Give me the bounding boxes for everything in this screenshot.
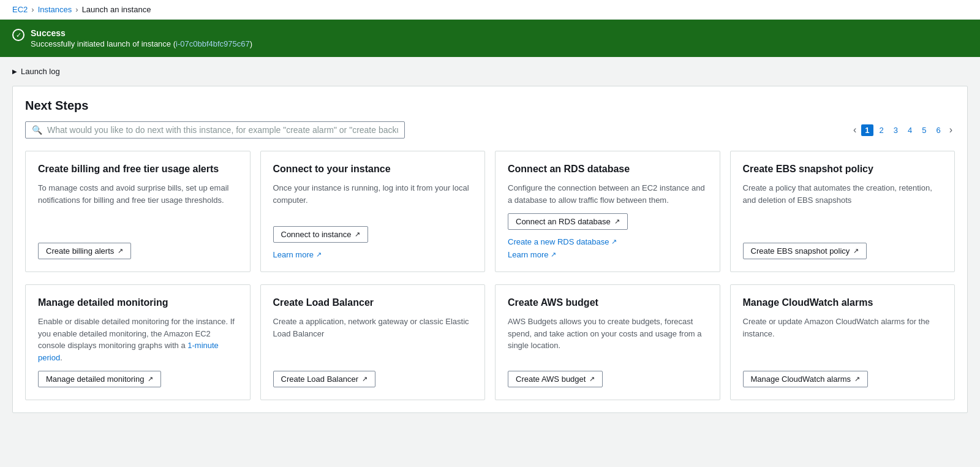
create-billing-alerts-button[interactable]: Create billing alerts ↗ [38, 243, 131, 259]
search-icon: 🔍 [32, 125, 42, 135]
next-steps-title: Next Steps [25, 99, 955, 113]
breadcrumb-instances[interactable]: Instances [38, 5, 72, 14]
card-billing-desc: To manage costs and avoid surprise bills… [38, 182, 238, 235]
connect-learn-more-label: Learn more [273, 250, 314, 259]
success-message-text: Successfully initiated launch of instanc… [31, 39, 176, 48]
external-link-icon-6: ↗ [362, 375, 368, 383]
card-cloudwatch: Manage CloudWatch alarms Create or updat… [730, 284, 956, 400]
external-link-icon-2: ↗ [355, 230, 360, 238]
search-box: 🔍 [25, 121, 405, 139]
page-4-button[interactable]: 4 [904, 124, 916, 136]
connect-instance-label: Connect to instance [281, 230, 352, 239]
connect-instance-button[interactable]: Connect to instance ↗ [273, 226, 369, 243]
rds-learn-more-icon: ↗ [551, 251, 556, 259]
card-budget: Create AWS budget AWS Budgets allows you… [495, 284, 720, 400]
external-link-icon-7: ↗ [589, 375, 595, 383]
external-link-icon-3: ↗ [614, 218, 620, 226]
card-budget-title: Create AWS budget [508, 297, 707, 308]
next-page-button[interactable]: › [947, 123, 955, 137]
next-steps-container: Next Steps 🔍 ‹ 1 2 3 4 5 6 › Create bill [12, 86, 968, 413]
card-connect-desc: Once your instance is running, log into … [273, 182, 473, 219]
success-message: Successfully initiated launch of instanc… [31, 39, 252, 48]
create-rds-icon: ↗ [611, 238, 617, 246]
search-input[interactable] [47, 125, 398, 135]
create-rds-label: Create a new RDS database [508, 237, 609, 246]
card-monitoring-desc: Enable or disable detailed monitoring fo… [38, 316, 238, 363]
launch-log-arrow: ▶ [12, 68, 17, 75]
external-link-icon: ↗ [118, 247, 123, 255]
create-rds-link[interactable]: Create a new RDS database ↗ [508, 237, 707, 246]
page-2-button[interactable]: 2 [876, 124, 888, 136]
page-1-button[interactable]: 1 [861, 124, 873, 136]
breadcrumb-ec2[interactable]: EC2 [12, 5, 28, 14]
card-ebs-title: Create EBS snapshot policy [743, 164, 943, 175]
rds-learn-more-link[interactable]: Learn more ↗ [508, 250, 707, 259]
connect-learn-more-link[interactable]: Learn more ↗ [273, 250, 473, 259]
breadcrumb-current: Launch an instance [82, 5, 151, 14]
page-6-button[interactable]: 6 [932, 124, 944, 136]
card-rds-links: Create a new RDS database ↗ Learn more ↗ [508, 237, 707, 259]
main-content: ▶ Launch log Next Steps 🔍 ‹ 1 2 3 4 5 6 … [0, 57, 980, 423]
card-rds-title: Connect an RDS database [508, 164, 707, 175]
manage-cloudwatch-button[interactable]: Manage CloudWatch alarms ↗ [743, 371, 869, 387]
launch-log-toggle[interactable]: ▶ Launch log [12, 67, 968, 76]
card-cloudwatch-title: Manage CloudWatch alarms [743, 297, 943, 308]
manage-monitoring-button[interactable]: Manage detailed monitoring ↗ [38, 371, 161, 387]
cards-grid: Create billing and free tier usage alert… [25, 151, 955, 400]
success-title: Success [31, 28, 252, 38]
success-message-end: ) [250, 39, 252, 48]
card-rds: Connect an RDS database Configure the co… [495, 151, 720, 272]
card-cloudwatch-desc: Create or update Amazon CloudWatch alarm… [743, 316, 943, 363]
connect-rds-label: Connect an RDS database [516, 217, 611, 226]
external-link-icon-5: ↗ [148, 375, 153, 383]
1-minute-period-link[interactable]: 1-minute period [38, 341, 219, 362]
card-connect-links: Learn more ↗ [273, 250, 473, 259]
page-5-button[interactable]: 5 [918, 124, 930, 136]
success-icon [12, 29, 24, 41]
page-3-button[interactable]: 3 [890, 124, 902, 136]
card-billing-title: Create billing and free tier usage alert… [38, 164, 238, 175]
search-row: 🔍 ‹ 1 2 3 4 5 6 › [25, 121, 955, 139]
rds-learn-more-label: Learn more [508, 250, 548, 259]
card-billing: Create billing and free tier usage alert… [25, 151, 251, 272]
breadcrumb-sep-2: › [75, 5, 78, 14]
pagination: ‹ 1 2 3 4 5 6 › [851, 123, 955, 137]
card-rds-desc: Configure the connection between an EC2 … [508, 182, 707, 206]
breadcrumb: EC2 › Instances › Launch an instance [0, 0, 980, 20]
create-lb-button[interactable]: Create Load Balancer ↗ [273, 371, 375, 387]
external-link-icon-8: ↗ [854, 375, 860, 383]
instance-id-link[interactable]: i-07c0bbf4bfc975c67 [176, 39, 250, 48]
card-lb-desc: Create a application, network gateway or… [273, 316, 473, 363]
create-ebs-button[interactable]: Create EBS snapshot policy ↗ [743, 243, 867, 259]
manage-cloudwatch-label: Manage CloudWatch alarms [751, 374, 851, 384]
card-budget-desc: AWS Budgets allows you to create budgets… [508, 316, 707, 363]
launch-log-label: Launch log [21, 67, 60, 76]
success-banner: Success Successfully initiated launch of… [0, 20, 980, 57]
breadcrumb-sep-1: › [31, 5, 34, 14]
card-ebs-desc: Create a policy that automates the creat… [743, 182, 943, 235]
create-lb-label: Create Load Balancer [281, 374, 358, 384]
card-ebs: Create EBS snapshot policy Create a poli… [730, 151, 956, 272]
card-monitoring: Manage detailed monitoring Enable or dis… [25, 284, 251, 400]
connect-rds-button[interactable]: Connect an RDS database ↗ [508, 213, 628, 230]
success-content: Success Successfully initiated launch of… [31, 28, 252, 48]
card-connect-title: Connect to your instance [273, 164, 473, 175]
create-ebs-label: Create EBS snapshot policy [751, 246, 850, 256]
card-lb-title: Create Load Balancer [273, 297, 473, 308]
prev-page-button[interactable]: ‹ [851, 123, 859, 137]
create-budget-label: Create AWS budget [516, 374, 586, 384]
learn-more-icon: ↗ [316, 251, 322, 259]
card-lb: Create Load Balancer Create a applicatio… [260, 284, 486, 400]
manage-monitoring-label: Manage detailed monitoring [46, 374, 144, 384]
create-billing-alerts-label: Create billing alerts [46, 246, 114, 256]
create-budget-button[interactable]: Create AWS budget ↗ [508, 371, 603, 387]
card-connect: Connect to your instance Once your insta… [260, 151, 486, 272]
card-monitoring-title: Manage detailed monitoring [38, 297, 238, 308]
external-link-icon-4: ↗ [853, 247, 859, 255]
